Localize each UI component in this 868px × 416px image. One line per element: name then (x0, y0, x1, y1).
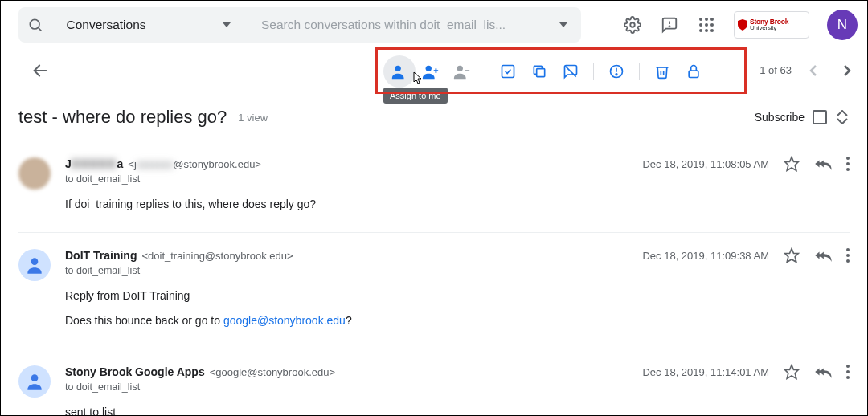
lock-button[interactable] (678, 55, 710, 88)
message: DoIT Training <doit_training@stonybrook.… (18, 233, 850, 349)
svg-point-19 (457, 66, 463, 71)
chevron-down-icon (219, 15, 235, 35)
svg-point-2 (630, 22, 635, 27)
search-input[interactable]: Search conversations within doit_email_l… (261, 18, 554, 32)
mark-duplicate-button[interactable] (523, 55, 555, 88)
sender-name: JXXXXXa (65, 157, 123, 170)
svg-point-37 (31, 374, 39, 381)
pagination: 1 of 63 (760, 59, 859, 83)
recipient: to doit_email_list (65, 381, 850, 393)
star-icon[interactable] (784, 156, 800, 172)
toolbar-actions (383, 54, 710, 89)
reply-all-icon[interactable] (814, 157, 832, 170)
search-icon (27, 15, 43, 35)
subscribe-label: Subscribe (755, 111, 805, 124)
star-icon[interactable] (784, 247, 800, 263)
reply-all-icon[interactable] (814, 365, 832, 378)
app-window: Conversations Search conversations withi… (0, 0, 868, 416)
message: Stony Brook Google Apps <google@stonybro… (18, 349, 850, 416)
svg-point-6 (705, 18, 708, 21)
reply-all-icon[interactable] (814, 249, 832, 262)
take-button[interactable] (415, 55, 447, 88)
svg-point-0 (30, 19, 39, 29)
thread-title: test - where do replies go? (18, 107, 227, 128)
search-scope-dropdown[interactable]: Conversations (27, 15, 235, 35)
svg-marker-38 (785, 365, 799, 379)
svg-point-7 (710, 18, 714, 21)
sender-email: <google@stonybrook.edu> (210, 366, 335, 378)
recipient: to doit_email_list (65, 265, 850, 276)
assign-to-me-button[interactable] (383, 55, 416, 88)
subscribe-checkbox[interactable] (813, 110, 827, 124)
drop-button[interactable] (446, 55, 478, 88)
timestamp: Dec 18, 2019, 11:08:05 AM (642, 158, 769, 170)
message-body: sent to list (65, 404, 850, 416)
svg-point-5 (699, 18, 702, 21)
recipient: to doit_email_list (65, 173, 850, 185)
svg-rect-21 (502, 66, 514, 78)
delete-button[interactable] (646, 55, 678, 88)
thread-toolbar: Assign to me 1 of 63 (1, 49, 867, 92)
svg-point-29 (846, 157, 850, 160)
apps-grid-icon[interactable] (697, 15, 716, 35)
svg-point-8 (699, 23, 702, 27)
message: JXXXXXa <jxxxxxxx@stonybrook.edu> Dec 18… (18, 141, 850, 233)
toolbar-separator (485, 63, 485, 80)
next-page-button[interactable] (835, 59, 859, 83)
svg-point-15 (395, 66, 401, 71)
prev-page-button[interactable] (801, 59, 825, 83)
shield-icon (738, 19, 747, 31)
search-scope-label: Conversations (66, 18, 145, 32)
svg-point-35 (846, 254, 850, 257)
sender-name: DoIT Training (65, 249, 137, 262)
account-avatar[interactable]: N (827, 10, 858, 40)
search-options-chevron-icon[interactable] (554, 15, 573, 35)
header: Conversations Search conversations withi… (1, 1, 867, 49)
brand-logo[interactable]: Stony BrookUniversity (734, 11, 809, 39)
svg-marker-33 (785, 249, 799, 263)
message-body: Reply from DoIT Training Does this bounc… (65, 288, 850, 329)
svg-point-13 (710, 29, 714, 32)
star-icon[interactable] (784, 364, 800, 380)
svg-point-32 (31, 258, 39, 265)
timestamp: Dec 18, 2019, 11:09:38 AM (642, 250, 769, 262)
tooltip: Assign to me (383, 88, 448, 104)
back-button[interactable] (31, 62, 49, 80)
sender-email: <doit_training@stonybrook.edu> (141, 250, 293, 262)
no-action-button[interactable] (555, 55, 587, 88)
svg-point-36 (846, 259, 850, 263)
svg-rect-27 (689, 71, 698, 77)
svg-point-12 (705, 29, 708, 32)
svg-point-4 (669, 26, 670, 27)
svg-marker-28 (785, 157, 799, 171)
toolbar-separator (639, 63, 640, 80)
svg-point-34 (846, 248, 850, 251)
avatar (18, 249, 51, 281)
page-indicator: 1 of 63 (760, 64, 792, 76)
feedback-icon[interactable] (660, 15, 679, 35)
avatar-initial: N (837, 17, 847, 33)
message-body: If doi_training replies to this, where d… (65, 196, 850, 213)
svg-point-30 (846, 162, 850, 165)
sender-email: <jxxxxxxx@stonybrook.edu> (128, 158, 261, 170)
expand-collapse-icon[interactable] (835, 110, 850, 124)
header-actions: Stony BrookUniversity N (623, 10, 858, 40)
more-icon[interactable] (846, 248, 850, 263)
svg-point-11 (699, 29, 702, 32)
more-icon[interactable] (846, 365, 850, 379)
svg-point-26 (616, 74, 617, 75)
email-link[interactable]: google@stonybrook.edu (223, 314, 346, 327)
toolbar-separator (593, 63, 594, 80)
more-icon[interactable] (846, 157, 850, 171)
svg-line-1 (39, 28, 42, 31)
search-bar: Conversations Search conversations withi… (18, 7, 581, 43)
spam-button[interactable] (600, 55, 633, 88)
svg-point-40 (846, 370, 850, 373)
view-count: 1 view (238, 112, 268, 124)
svg-point-16 (426, 66, 432, 71)
svg-point-10 (710, 23, 714, 27)
gear-icon[interactable] (623, 15, 642, 35)
svg-point-31 (846, 168, 850, 171)
mark-complete-button[interactable] (492, 55, 524, 88)
timestamp: Dec 18, 2019, 11:14:01 AM (642, 366, 769, 378)
